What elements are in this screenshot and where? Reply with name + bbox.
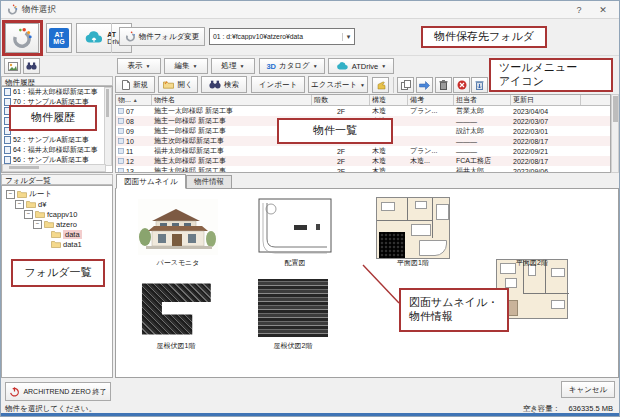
history-hscrollbar[interactable] [2,164,106,172]
table-row[interactable]: 13 施主太郎様邸 新築工事2F木造福井太郎2022/09/06 [116,166,610,173]
table-row[interactable]: 07 施主一太郎様邸 新築工事2F木造プラン...営業太郎2023/04/04 [116,106,610,116]
folder-icon [17,190,27,198]
move-button[interactable] [416,77,433,93]
tree-node-atzero[interactable]: − atzero [5,219,112,229]
dropdown-arrow-icon: ▼ [381,63,386,69]
history-image-button[interactable] [4,58,21,74]
change-folder-button[interactable]: 物件フォルダ変更 [119,27,205,46]
new-file-icon [122,80,130,90]
menu-3dcatalog-button[interactable]: 3Dカタログ▼ [259,58,325,74]
row-type-icon [118,158,124,164]
dropdown-arrow-icon: ▼ [313,63,318,69]
col-note[interactable]: 備考 [408,95,454,105]
help-button[interactable]: ? [569,3,589,17]
thumbnail-perspective-monitor[interactable] [138,199,218,255]
binoculars-icon [26,62,37,70]
delete-button[interactable] [435,77,452,93]
collapse-icon[interactable]: − [6,190,15,199]
tab-drawing-thumbnails[interactable]: 図面サムネイル [116,174,186,189]
site-plan-image [258,198,332,256]
open-button[interactable]: 開く [158,76,198,93]
folder-panel-header: フォルダ一覧 [1,174,113,185]
dropdown-arrow-icon: ▼ [360,82,365,88]
row-type-icon [118,138,124,144]
row-type-icon [118,128,124,134]
history-item[interactable]: 64：福井太郎様邸新築工事 [2,145,106,155]
menu-edit-button[interactable]: 編集▼ [164,58,208,74]
close-button[interactable]: ✕ [593,3,613,17]
copy-icon [401,80,411,90]
tree-node-data[interactable]: data [5,229,112,239]
folder-path-combo[interactable]: 01 : d:¥fcappv10¥atzero¥data ▾ [209,28,355,45]
tree-node-data1[interactable]: data1 [5,239,112,249]
thumbnail-label: 平面図2階 [516,258,548,268]
col-name[interactable]: 物件名 [152,95,312,105]
row-type-icon [118,108,124,114]
move-arrows-icon [419,81,430,90]
history-item[interactable]: 52：サンプルA新築工事 [2,135,106,145]
atmg-button[interactable]: ATMG [46,23,72,53]
collapse-icon[interactable]: − [24,210,33,219]
remove-button[interactable] [453,77,470,93]
annotation-leader-line [353,259,403,307]
tree-node-root[interactable]: − ルート [5,189,112,199]
folder-path-value: 01 : d:¥fcappv10¥atzero¥data [210,33,342,40]
thumbnail-floor-plan-1f[interactable] [376,197,450,259]
tree-node-fcappv10[interactable]: − fcappv10 [5,209,112,219]
search-button[interactable]: 検索 [201,76,247,93]
thumbnail-label: 屋根伏図1階 [157,341,196,351]
annotation-property-list: 物件一覧 [277,118,393,144]
history-item[interactable]: 61：福井太郎様邸新築工事 [2,87,106,97]
menu-view-button[interactable]: 表示▼ [117,58,161,74]
document-icon [4,88,11,96]
annotation-history: 物件履歴 [9,105,97,131]
folder-icon [26,200,36,208]
col-no[interactable]: 物...▲ [116,95,152,105]
thumbnail-label: 配置図 [285,258,306,268]
col-structure[interactable]: 構造 [370,95,408,105]
trash-icon [439,80,448,90]
thumbnail-roof-plan-2f[interactable] [258,279,328,337]
recycle-bin-button[interactable] [471,77,488,93]
combo-arrow-icon[interactable]: ▾ [342,33,354,41]
dropdown-arrow-icon: ▼ [240,63,245,69]
app-logo-icon [7,4,18,15]
menu-process-button[interactable]: 処理▼ [211,58,255,74]
history-search-button[interactable] [23,58,40,74]
document-icon [4,146,11,154]
row-type-icon [118,168,124,173]
recycle-bin-icon [475,80,484,90]
col-floors[interactable]: 階数 [312,95,370,105]
atmg-icon: ATMG [49,28,69,48]
3d-label: 3D [266,62,276,71]
copy-button[interactable] [397,77,414,93]
tab-property-info[interactable]: 物件情報 [186,175,232,189]
col-manager[interactable]: 担当者 [454,95,511,105]
exit-button[interactable]: ARCHITREND ZERO 終了 [5,382,111,401]
folder-icon [51,230,61,238]
history-vscrollbar[interactable] [104,87,112,166]
history-panel-header: 物件履歴 [1,76,113,86]
row-type-icon [118,148,124,154]
stamp-tool-button[interactable] [372,77,389,93]
thumbnail-site-plan[interactable] [258,198,332,256]
table-vscrollbar[interactable] [611,94,619,173]
table-row[interactable]: 11 福井太郎様邸新築工事2F木造プラン...―――2022/09/21 [116,146,610,156]
menu-atdrive-button[interactable]: ATDrive▼ [328,58,394,74]
import-button[interactable]: インポート [251,76,305,93]
export-button[interactable]: エクスポート▼ [308,76,368,93]
folder-icon [44,220,54,228]
tree-node-drive[interactable]: − d¥ [5,199,112,209]
table-row[interactable]: 12 施主太郎様邸 新築工事2F木造木造...FCA工務店2022/08/17 [116,156,610,166]
binoculars-icon [209,80,221,89]
zero-home-button[interactable] [5,23,39,53]
sort-asc-icon: ▲ [133,97,138,103]
document-icon [4,136,11,144]
power-icon [9,386,20,397]
col-date[interactable]: 更新日 [511,95,581,105]
collapse-icon[interactable]: − [33,220,42,229]
new-button[interactable]: 新規 [115,76,155,93]
cancel-button[interactable]: キャンセル [561,381,615,398]
hand-tool-icon [376,80,386,90]
collapse-icon[interactable]: − [15,200,24,209]
